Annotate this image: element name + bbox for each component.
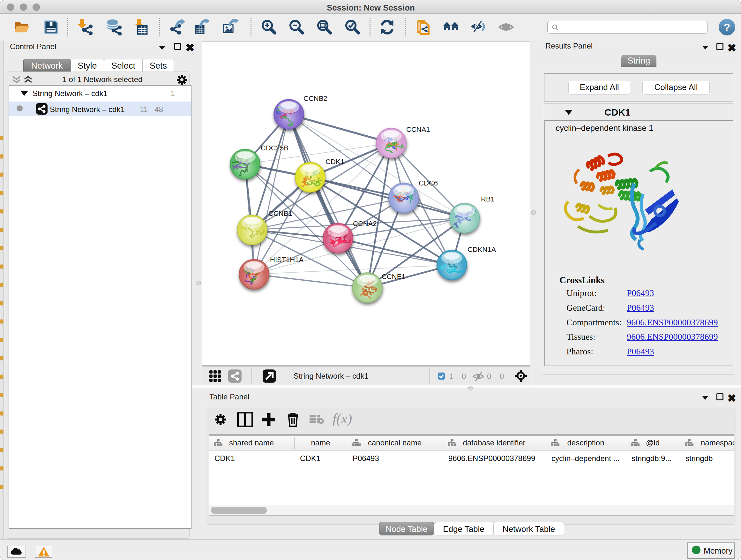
svg-text:CCNB2: CCNB2 xyxy=(304,95,327,103)
svg-text:HIST1H1A: HIST1H1A xyxy=(270,256,304,264)
svg-text:CDC25B: CDC25B xyxy=(261,144,288,152)
svg-text:CDC6: CDC6 xyxy=(419,179,438,187)
svg-text:RB1: RB1 xyxy=(481,195,495,203)
svg-text:CCNE1: CCNE1 xyxy=(382,273,406,281)
svg-text:CDK1: CDK1 xyxy=(326,158,344,166)
svg-text:CCNA1: CCNA1 xyxy=(406,125,430,133)
svg-text:CCNB1: CCNB1 xyxy=(268,209,292,217)
svg-text:CCNA2: CCNA2 xyxy=(353,220,377,228)
svg-text:CDKN1A: CDKN1A xyxy=(468,246,496,253)
